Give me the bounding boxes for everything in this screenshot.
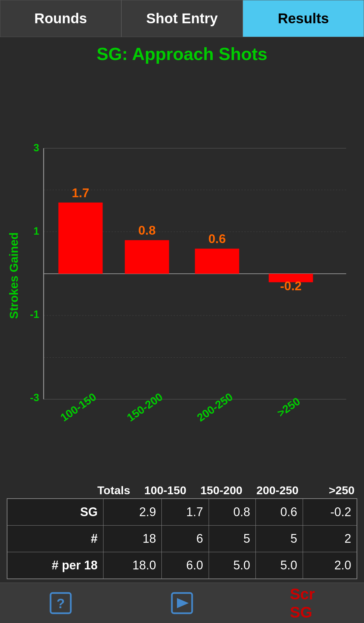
row-sg-totals: 2.9 [103,499,161,526]
col-header-100-150: 100-150 [133,484,189,497]
row-label-sg: SG [7,499,103,526]
col-header-150-200: 150-200 [189,484,245,497]
data-table: SG 2.9 1.7 0.8 0.6 -0.2 # 18 6 5 5 2 # p… [7,498,357,579]
row-per18-200-250: 5.0 [256,552,303,579]
col-header-gt250: >250 [301,484,357,497]
row-sg-100-150: 1.7 [161,499,209,526]
row-count-totals: 18 [103,526,161,552]
arrow-shape [177,598,189,608]
bar-label-200-250: 0.6 [208,232,226,246]
tab-rounds[interactable]: Rounds [0,0,121,37]
bar-label-150-200: 0.8 [138,223,156,237]
table-row-per18: # per 18 18.0 6.0 5.0 5.0 2.0 [7,552,357,579]
y-tick-minus3: -3 [30,392,39,403]
row-label-count: # [7,526,103,552]
help-button[interactable]: ? [47,590,74,617]
scr-sg-label: Scr SG [290,585,317,621]
y-tick-1: 1 [33,225,39,237]
tab-results[interactable]: Results [243,0,364,37]
row-sg-gt250: -0.2 [303,499,357,526]
y-axis-label: Strokes Gained [7,232,20,319]
bar-150-200 [125,240,169,274]
row-per18-gt250: 2.0 [303,552,357,579]
table-row-sg: SG 2.9 1.7 0.8 0.6 -0.2 [7,499,357,526]
table-header-row: Totals 100-150 150-200 200-250 >250 [7,484,357,497]
chart-title: SG: Approach Shots [7,44,357,64]
y-tick-minus1: -1 [30,308,39,320]
bar-100-150 [58,203,102,274]
col-header-empty [10,484,77,497]
y-tick-3: 3 [33,142,39,153]
scr-sg-button[interactable]: Scr SG [290,590,317,617]
bar-label-gt250: -0.2 [280,279,302,293]
chart-container: Strokes Gained 3 1 -1 -3 [7,67,357,484]
row-per18-100-150: 6.0 [161,552,209,579]
row-label-per18: # per 18 [7,552,103,579]
col-header-200-250: 200-250 [245,484,301,497]
svg-text:?: ? [57,596,65,611]
col-header-totals: Totals [77,484,133,497]
row-per18-150-200: 5.0 [209,552,256,579]
help-icon: ? [49,591,72,615]
bar-label-100-150: 1.7 [72,186,89,200]
nav-arrow-icon [170,591,194,615]
main-content: SG: Approach Shots Strokes Gained 3 1 [0,37,364,583]
table-row-count: # 18 6 5 5 2 [7,526,357,552]
row-per18-totals: 18.0 [103,552,161,579]
row-sg-200-250: 0.6 [256,499,303,526]
tab-bar: Rounds Shot Entry Results [0,0,364,37]
row-count-150-200: 5 [209,526,256,552]
chart-svg: Strokes Gained 3 1 -1 -3 [7,67,357,484]
tab-shot-entry[interactable]: Shot Entry [121,0,243,37]
row-count-200-250: 5 [256,526,303,552]
row-count-gt250: 2 [303,526,357,552]
row-count-100-150: 6 [161,526,209,552]
table-section: Totals 100-150 150-200 200-250 >250 SG 2… [7,484,357,583]
nav-button[interactable] [169,590,195,617]
bottom-bar: ? Scr SG [0,583,364,623]
row-sg-150-200: 0.8 [209,499,256,526]
bar-200-250 [195,249,239,274]
